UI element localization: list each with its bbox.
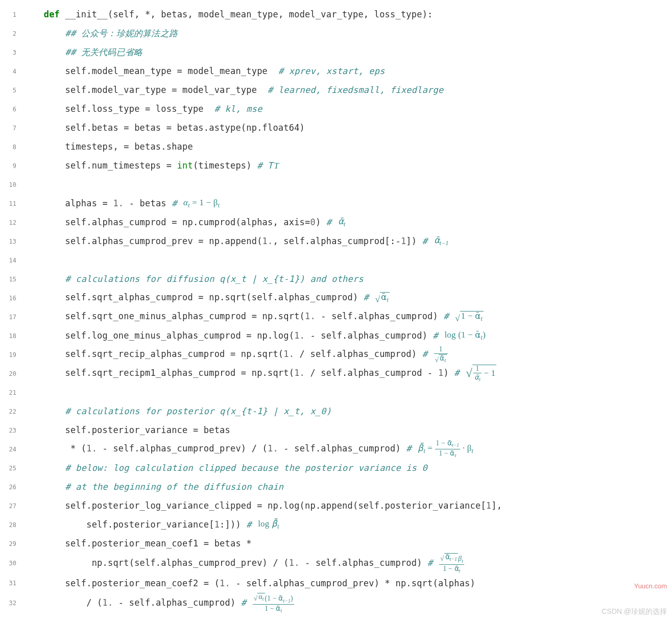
code-text: self.loss_type = loss_type: [22, 104, 214, 114]
line-number: 27: [2, 503, 22, 509]
line-number: 30: [2, 560, 22, 566]
m: α: [183, 198, 188, 207]
code-line: 9 self.num_timesteps = int(timesteps) # …: [2, 156, 670, 175]
math: log β̃t: [257, 519, 280, 530]
m: t: [344, 221, 346, 228]
code-content: self.posterior_variance[1:])) # log β̃t: [22, 519, 670, 530]
code-content: self.betas = betas = betas.astype(np.flo…: [22, 124, 670, 132]
line-number: 18: [2, 333, 22, 339]
comment: #: [406, 444, 417, 454]
m: t−1: [452, 443, 459, 448]
code-content: self.num_timesteps = int(timesteps) # TT: [22, 161, 670, 171]
comment: #: [433, 330, 444, 341]
math: √αt(1 − ᾱt−1)1 − ᾱt: [252, 593, 295, 614]
line-number: 9: [2, 163, 22, 169]
comment: #: [326, 217, 337, 227]
code-text: (timesteps): [193, 160, 257, 171]
m: = 1 − β: [190, 198, 218, 207]
m: t: [481, 316, 483, 323]
code-content: # at the beginning of the diffusion chai…: [22, 483, 670, 491]
line-number: 2: [2, 31, 22, 37]
code-line: 27 self.posterior_log_variance_clipped =…: [2, 496, 670, 515]
math: √1 − ᾱt: [454, 311, 485, 322]
code-content: self.posterior_variance = betas: [22, 426, 670, 435]
m: 1 − ᾱ: [265, 605, 280, 612]
m: · β: [460, 443, 471, 453]
code-line: 6 self.loss_type = loss_type # kl, mse: [2, 100, 670, 118]
code-content: # calculations for diffusion q(x_t | x_{…: [22, 275, 670, 283]
keyword-def: def: [44, 9, 60, 19]
m: log: [444, 330, 458, 340]
line-number: 13: [2, 238, 22, 245]
number: 1.: [294, 330, 305, 341]
m: 1 − ᾱ: [443, 565, 459, 572]
code-line: 3 ## 无关代码已省略: [2, 43, 670, 62]
code-text: , self.alphas_cumprod[:-: [273, 236, 400, 246]
m: t: [277, 523, 279, 530]
m: t: [462, 559, 463, 564]
code-text: self.model_var_type = model_var_type: [22, 85, 268, 95]
line-number: 6: [2, 106, 22, 112]
code-content: np.sqrt(self.alphas_cumprod_prev) / (1. …: [22, 553, 670, 574]
math: αt = 1 − βt: [182, 198, 221, 209]
number: 1.: [86, 444, 97, 454]
line-number: 8: [2, 144, 22, 150]
line-number: 10: [2, 182, 22, 188]
code-text: alphas =: [22, 198, 113, 208]
math: √ᾱt−1βt1 − ᾱt: [438, 553, 465, 574]
math: ᾱt: [337, 217, 347, 228]
code-content: self.alphas_cumprod_prev = np.append(1.,…: [22, 236, 670, 247]
code-text: * (: [22, 444, 86, 454]
comment: #: [454, 368, 465, 378]
comment: #: [422, 236, 433, 246]
code-content: self.model_mean_type = model_mean_type #…: [22, 67, 670, 76]
m: t: [280, 608, 282, 613]
code-content: timesteps, = betas.shape: [22, 142, 670, 151]
line-number: 32: [2, 600, 22, 606]
comment: #: [443, 312, 454, 322]
code-text: self.model_mean_type = model_mean_type: [22, 66, 278, 76]
comment: #: [422, 349, 433, 360]
m: β̃: [418, 443, 423, 453]
code-content: self.posterior_log_variance_clipped = np…: [22, 501, 670, 510]
m: 1: [473, 365, 482, 373]
comment: #: [241, 598, 252, 608]
code-text: / (: [22, 598, 103, 608]
line-number: 4: [2, 68, 22, 75]
m: ᾱ: [381, 292, 387, 302]
line-number: 26: [2, 484, 22, 490]
m: (1 − ᾱ: [265, 594, 283, 602]
math: √ᾱt: [374, 292, 391, 303]
code-text: self.posterior_mean_coef1 = betas *: [22, 538, 252, 548]
m: ᾱ: [434, 235, 440, 245]
comment: # xprev, xstart, eps: [278, 66, 385, 76]
code-line: 31 self.posterior_mean_coef2 = (1. - sel…: [2, 574, 670, 593]
code-content: # calculations for posterior q(x_{t-1} |…: [22, 407, 670, 416]
code-content: / (1. - self.alphas_cumprod) # √αt(1 − ᾱ…: [22, 593, 670, 614]
code-text: self.posterior_log_variance_clipped = np…: [22, 500, 486, 511]
m: t−1: [450, 557, 457, 562]
builtin-int: int: [177, 160, 193, 171]
m: t: [472, 448, 474, 455]
m: (1 − ᾱ: [458, 330, 481, 340]
math: β̃t = 1 − ᾱt−11 − ᾱt · βt: [417, 440, 474, 459]
code-line: 24 * (1. - self.alphas_cumprod_prev) / (…: [2, 440, 670, 459]
code-line: 30 np.sqrt(self.alphas_cumprod_prev) / (…: [2, 553, 670, 574]
m: − 1: [482, 368, 495, 378]
m: α: [258, 593, 262, 601]
m: ᾱ: [474, 373, 479, 381]
code-line: 19 self.sqrt_recip_alphas_cumprod = np.s…: [2, 345, 670, 364]
m: 1 − ᾱ: [461, 311, 481, 321]
code-text: / self.alphas_cumprod -: [305, 368, 438, 378]
code-text: - self.alphas_cumprod): [113, 598, 241, 608]
line-number: 15: [2, 276, 22, 282]
number: 1.: [283, 349, 294, 360]
code-line: 29 self.posterior_mean_coef1 = betas *: [2, 534, 670, 553]
code-line: 15 # calculations for diffusion q(x_t | …: [2, 270, 670, 289]
comment: # calculations for diffusion q(x_t | x_{…: [22, 274, 364, 284]
m: 1 − ᾱ: [439, 449, 454, 457]
code-content: ## 无关代码已省略: [22, 48, 670, 57]
code-text: - self.alphas_cumprod): [278, 444, 406, 454]
m: t: [444, 358, 446, 363]
line-number: 17: [2, 314, 22, 320]
